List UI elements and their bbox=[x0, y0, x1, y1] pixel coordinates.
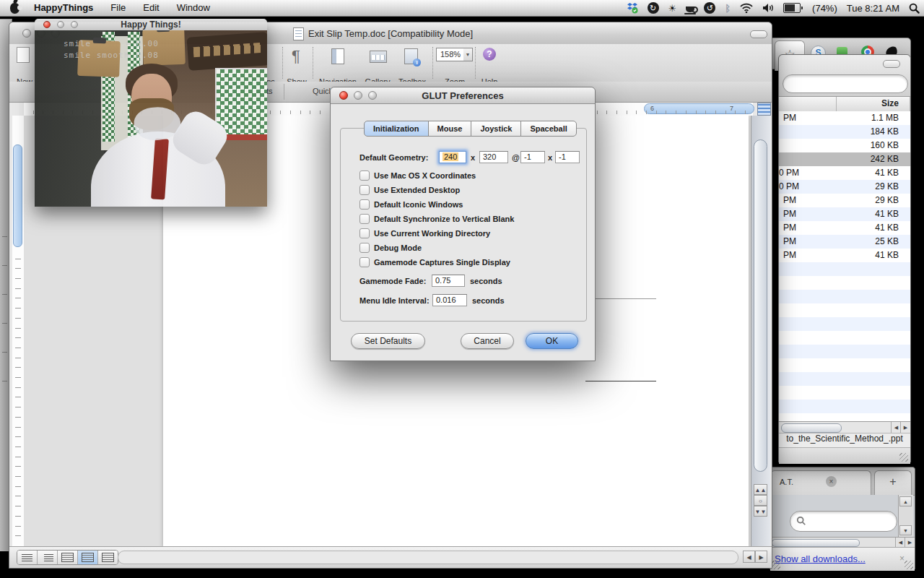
time-machine-icon[interactable]: ↺ bbox=[704, 2, 715, 14]
menu-window[interactable]: Window bbox=[168, 0, 219, 16]
table-row[interactable]: PM29 KB bbox=[779, 194, 910, 207]
show-all-downloads-link[interactable]: Show all downloads... bbox=[775, 553, 866, 564]
bluetooth-icon[interactable]: ᛒ bbox=[725, 0, 731, 16]
geometry-x-field[interactable]: -1 bbox=[520, 151, 545, 163]
scroll-right-arrow[interactable]: ▶ bbox=[900, 422, 910, 433]
table-row[interactable]: PM41 KB bbox=[779, 207, 910, 221]
checkbox-gamemode-single-display[interactable]: Gamemode Captures Single Display bbox=[359, 256, 510, 268]
page-search-field[interactable] bbox=[790, 511, 897, 532]
print-layout-view-button[interactable] bbox=[78, 551, 98, 564]
table-row[interactable]: 160 KB bbox=[779, 139, 910, 152]
browser-tab[interactable]: A.T. × bbox=[770, 470, 871, 495]
ok-button[interactable]: OK bbox=[526, 333, 578, 349]
scroll-left-arrow[interactable]: ◀ bbox=[891, 422, 901, 433]
split-box-icon[interactable] bbox=[757, 103, 771, 116]
close-button[interactable] bbox=[22, 29, 31, 38]
tab-spaceball[interactable]: Spaceball bbox=[520, 121, 576, 137]
resize-grip[interactable] bbox=[905, 561, 913, 569]
scroll-right-arrow[interactable]: ▶ bbox=[905, 538, 915, 547]
zoom-value-box[interactable]: 158% bbox=[436, 48, 465, 61]
app-menu[interactable]: HappyThings bbox=[25, 0, 102, 16]
scroll-left-arrow[interactable]: ◀ bbox=[895, 538, 905, 547]
table-row[interactable]: PM41 KB bbox=[779, 221, 910, 235]
resize-grip[interactable] bbox=[772, 561, 780, 569]
fade-field[interactable]: 0.75 bbox=[432, 275, 465, 287]
resize-grip[interactable] bbox=[899, 453, 908, 462]
zoom-dropdown-arrow[interactable]: ▼ bbox=[463, 48, 473, 61]
browser-vertical-scrollbar[interactable]: ▲ ▼ bbox=[898, 495, 913, 537]
toolbar-toggle-capsule[interactable] bbox=[883, 60, 900, 68]
size-column-header[interactable]: Size bbox=[881, 98, 899, 108]
browser-horizontal-scrollbar[interactable]: ◀ ▶ bbox=[770, 537, 915, 548]
help-icon[interactable]: ? bbox=[483, 48, 496, 61]
volume-icon[interactable] bbox=[762, 0, 774, 16]
scroll-thumb[interactable] bbox=[772, 539, 860, 547]
tab-initialization[interactable]: Initialization bbox=[364, 121, 429, 137]
brightness-icon[interactable]: ☀ bbox=[668, 0, 677, 16]
checkbox bbox=[359, 171, 370, 181]
table-row[interactable]: 0 PM29 KB bbox=[779, 180, 910, 194]
caffeine-icon[interactable] bbox=[686, 0, 694, 16]
dialog-titlebar[interactable]: GLUT Preferences bbox=[331, 87, 595, 104]
table-row[interactable]: 184 KB bbox=[779, 125, 910, 139]
wifi-icon[interactable] bbox=[740, 0, 753, 16]
scroll-thumb[interactable] bbox=[781, 423, 842, 433]
menu-bar-clock[interactable]: Tue 8:21 AM bbox=[847, 0, 899, 16]
geometry-width-field[interactable]: 240 bbox=[439, 151, 466, 163]
battery-icon[interactable] bbox=[783, 0, 803, 16]
scroll-up-arrow[interactable]: ▲ bbox=[899, 496, 912, 506]
tab-mouse[interactable]: Mouse bbox=[428, 121, 472, 137]
apple-menu-icon[interactable] bbox=[10, 3, 19, 14]
scroll-thumb[interactable] bbox=[754, 139, 767, 472]
publishing-view-button[interactable] bbox=[58, 551, 78, 564]
table-row[interactable]: PM1.1 MB bbox=[779, 111, 910, 125]
checkbox-mac-coordinates[interactable]: Use Mac OS X Coordinates bbox=[359, 170, 476, 181]
browse-next-button[interactable]: ▼▼ bbox=[754, 506, 767, 517]
set-defaults-button[interactable]: Set Defaults bbox=[351, 333, 425, 349]
select-browse-object-button[interactable]: ○ bbox=[754, 495, 767, 506]
checkbox-working-directory[interactable]: Use Current Working Directory bbox=[359, 228, 490, 239]
battery-percent[interactable]: (74%) bbox=[812, 0, 837, 16]
geometry-y-field[interactable]: -1 bbox=[555, 151, 580, 163]
cancel-button[interactable]: Cancel bbox=[461, 333, 514, 349]
tab-joystick[interactable]: Joystick bbox=[471, 121, 521, 137]
word-vertical-scrollbar[interactable]: ▲▲ ○ ▼▼ bbox=[751, 116, 770, 548]
shelf-close-icon[interactable]: × bbox=[899, 553, 905, 564]
download-shelf: Show all downloads... × bbox=[770, 547, 915, 571]
tab-close-icon[interactable]: × bbox=[826, 476, 837, 487]
outline-view-button[interactable] bbox=[38, 551, 58, 564]
draft-view-button[interactable] bbox=[17, 551, 38, 564]
downloads-horizontal-scrollbar[interactable]: ◀ ▶ bbox=[779, 421, 910, 434]
idle-label: Menu Idle Interval: bbox=[359, 296, 430, 305]
spotlight-icon[interactable] bbox=[909, 0, 920, 16]
scroll-down-arrow[interactable]: ▼ bbox=[899, 525, 912, 535]
downloads-statusbar bbox=[779, 447, 910, 464]
scroll-right-arrow[interactable]: ▶ bbox=[755, 551, 767, 563]
idle-field[interactable]: 0.016 bbox=[432, 294, 467, 306]
menu-file[interactable]: File bbox=[102, 0, 134, 16]
checkbox-vertical-blank[interactable]: Default Synchronize to Vertical Blank bbox=[359, 213, 514, 225]
scroll-left-arrow[interactable]: ◀ bbox=[743, 551, 755, 563]
browse-previous-button[interactable]: ▲▲ bbox=[754, 484, 767, 495]
tab-document-elements[interactable]: ts bbox=[266, 87, 273, 95]
dropbox-icon[interactable] bbox=[627, 0, 638, 16]
table-row-selected[interactable]: 242 KB bbox=[779, 152, 910, 166]
new-tab-button[interactable]: + bbox=[874, 470, 912, 495]
toolbar-toggle-capsule[interactable] bbox=[750, 30, 767, 38]
table-row[interactable]: PM25 KB bbox=[779, 235, 910, 249]
checkbox-debug-mode[interactable]: Debug Mode bbox=[359, 242, 422, 254]
word-horizontal-scrollbar[interactable] bbox=[118, 551, 738, 564]
checkbox-iconic-windows[interactable]: Default Iconic Windows bbox=[359, 199, 463, 210]
calendar-banner bbox=[187, 32, 267, 71]
downloads-search-field[interactable] bbox=[783, 74, 908, 93]
table-row[interactable]: PM41 KB bbox=[779, 249, 910, 262]
happy-titlebar[interactable]: Happy Things! bbox=[35, 19, 267, 31]
sync-icon[interactable]: ↻ bbox=[648, 2, 659, 14]
notebook-view-button[interactable] bbox=[98, 551, 118, 564]
list-header[interactable]: Size bbox=[779, 96, 910, 112]
fade-label: Gamemode Fade: bbox=[359, 277, 426, 285]
table-row[interactable]: 0 PM41 KB bbox=[779, 166, 910, 180]
checkbox-extended-desktop[interactable]: Use Extended Desktop bbox=[359, 184, 460, 196]
menu-edit[interactable]: Edit bbox=[134, 0, 167, 16]
geometry-height-field[interactable]: 320 bbox=[479, 151, 508, 163]
